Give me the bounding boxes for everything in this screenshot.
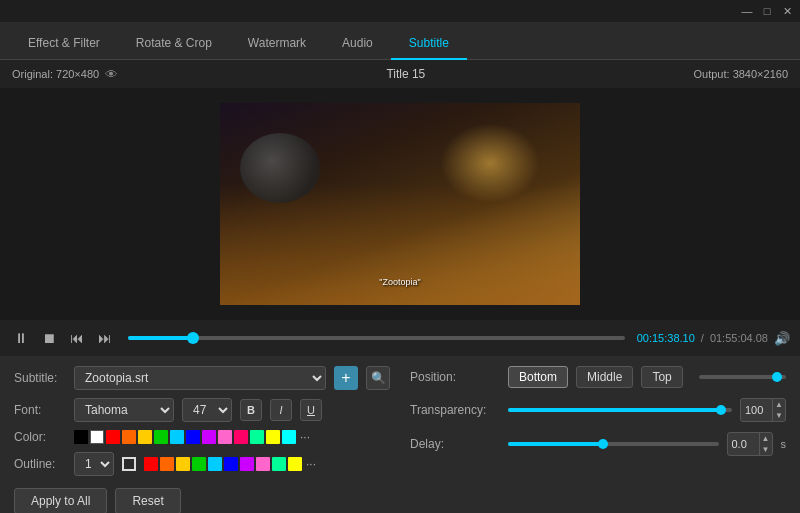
- tab-watermark[interactable]: Watermark: [230, 28, 324, 60]
- color-magenta[interactable]: [234, 430, 248, 444]
- search-subtitle-button[interactable]: 🔍: [366, 366, 390, 390]
- delay-suffix: s: [781, 438, 787, 450]
- outline-select[interactable]: 1: [74, 452, 114, 476]
- subtitle-label: Subtitle:: [14, 371, 66, 385]
- transparency-spin: ▲ ▼: [772, 399, 785, 421]
- add-subtitle-button[interactable]: +: [334, 366, 358, 390]
- reset-button[interactable]: Reset: [115, 488, 180, 513]
- stop-button[interactable]: ⏹: [38, 327, 60, 349]
- font-select[interactable]: Tahoma: [74, 398, 174, 422]
- tabs-bar: Effect & Filter Rotate & Crop Watermark …: [0, 22, 800, 60]
- output-label: Output: 3840×2160: [694, 68, 789, 80]
- color-lime[interactable]: [266, 430, 280, 444]
- progress-fill: [128, 336, 193, 340]
- tab-effect-filter[interactable]: Effect & Filter: [10, 28, 118, 60]
- title-bar: — □ ✕: [0, 0, 800, 22]
- transparency-row: Transparency: ▲ ▼: [410, 398, 786, 422]
- prev-button[interactable]: ⏮: [66, 327, 88, 349]
- transparency-fill: [508, 408, 721, 412]
- delay-spin: ▲ ▼: [759, 433, 772, 455]
- bold-button[interactable]: B: [240, 399, 262, 421]
- outline-color-pink[interactable]: [256, 457, 270, 471]
- position-row: Position: Bottom Middle Top: [410, 366, 786, 388]
- delay-spin-up[interactable]: ▲: [760, 433, 772, 444]
- outline-color-more[interactable]: ···: [306, 457, 316, 471]
- color-orange[interactable]: [122, 430, 136, 444]
- italic-button[interactable]: I: [270, 399, 292, 421]
- outline-color-green[interactable]: [192, 457, 206, 471]
- transparency-input[interactable]: ▲ ▼: [740, 398, 786, 422]
- color-green[interactable]: [154, 430, 168, 444]
- outline-color-mint[interactable]: [272, 457, 286, 471]
- video-area: Original: 720×480 👁 Title 15 Output: 384…: [0, 60, 800, 320]
- time-separator: /: [701, 332, 704, 344]
- font-label: Font:: [14, 403, 66, 417]
- tab-rotate-crop[interactable]: Rotate & Crop: [118, 28, 230, 60]
- outline-color-red[interactable]: [144, 457, 158, 471]
- delay-input[interactable]: ▲ ▼: [727, 432, 773, 456]
- video-thumbnail: "Zootopia": [220, 103, 580, 305]
- outline-color-lime[interactable]: [288, 457, 302, 471]
- underline-button[interactable]: U: [300, 399, 322, 421]
- video-planet: [240, 133, 320, 203]
- outline-label: Outline:: [14, 457, 66, 471]
- outline-color-cyan[interactable]: [208, 457, 222, 471]
- tab-audio[interactable]: Audio: [324, 28, 391, 60]
- outline-color-orange[interactable]: [160, 457, 174, 471]
- video-title: Title 15: [386, 67, 425, 81]
- delay-value[interactable]: [728, 438, 759, 450]
- color-pink[interactable]: [218, 430, 232, 444]
- minimize-button[interactable]: —: [740, 4, 754, 18]
- settings-left: Subtitle: Zootopia.srt + 🔍 Font: Tahoma …: [14, 366, 390, 513]
- color-swatches: ···: [74, 430, 310, 444]
- delay-label: Delay:: [410, 437, 500, 451]
- position-bottom-button[interactable]: Bottom: [508, 366, 568, 388]
- transparency-label: Transparency:: [410, 403, 500, 417]
- transparency-value[interactable]: [741, 404, 772, 416]
- color-more[interactable]: ···: [300, 430, 310, 444]
- delay-row: Delay: ▲ ▼ s: [410, 432, 786, 456]
- color-red[interactable]: [106, 430, 120, 444]
- subtitle-row: Subtitle: Zootopia.srt + 🔍: [14, 366, 390, 390]
- transparency-spin-down[interactable]: ▼: [773, 410, 785, 421]
- position-middle-button[interactable]: Middle: [576, 366, 633, 388]
- tab-subtitle[interactable]: Subtitle: [391, 28, 467, 60]
- outline-preview: [122, 457, 136, 471]
- video-subtitle-text: "Zootopia": [379, 277, 420, 287]
- outline-row: Outline: 1 ···: [14, 452, 390, 476]
- outline-color-purple[interactable]: [240, 457, 254, 471]
- color-label: Color:: [14, 430, 66, 444]
- color-cyan[interactable]: [170, 430, 184, 444]
- color-white[interactable]: [90, 430, 104, 444]
- color-yellow[interactable]: [138, 430, 152, 444]
- progress-bar[interactable]: [128, 336, 625, 340]
- color-mint[interactable]: [250, 430, 264, 444]
- position-label: Position:: [410, 370, 500, 384]
- font-row: Font: Tahoma 47 B I U: [14, 398, 390, 422]
- color-blue[interactable]: [186, 430, 200, 444]
- eye-icon[interactable]: 👁: [105, 67, 118, 82]
- original-label: Original: 720×480 👁: [12, 67, 118, 82]
- delay-spin-down[interactable]: ▼: [760, 444, 772, 455]
- outline-color-yellow[interactable]: [176, 457, 190, 471]
- position-slider-thumb: [772, 372, 782, 382]
- subtitle-select[interactable]: Zootopia.srt: [74, 366, 326, 390]
- maximize-button[interactable]: □: [760, 4, 774, 18]
- close-button[interactable]: ✕: [780, 4, 794, 18]
- delay-slider[interactable]: [508, 442, 719, 446]
- color-purple[interactable]: [202, 430, 216, 444]
- position-slider[interactable]: [691, 375, 786, 379]
- font-size-select[interactable]: 47: [182, 398, 232, 422]
- position-top-button[interactable]: Top: [641, 366, 682, 388]
- transparency-spin-up[interactable]: ▲: [773, 399, 785, 410]
- color-black[interactable]: [74, 430, 88, 444]
- video-top-bar: Original: 720×480 👁 Title 15 Output: 384…: [0, 60, 800, 88]
- next-button[interactable]: ⏭: [94, 327, 116, 349]
- transparency-slider[interactable]: [508, 408, 732, 412]
- apply-to-all-button[interactable]: Apply to All: [14, 488, 107, 513]
- volume-icon[interactable]: 🔊: [774, 331, 790, 346]
- color-aqua[interactable]: [282, 430, 296, 444]
- outline-color-blue[interactable]: [224, 457, 238, 471]
- delay-fill: [508, 442, 603, 446]
- play-pause-button[interactable]: ⏸: [10, 327, 32, 349]
